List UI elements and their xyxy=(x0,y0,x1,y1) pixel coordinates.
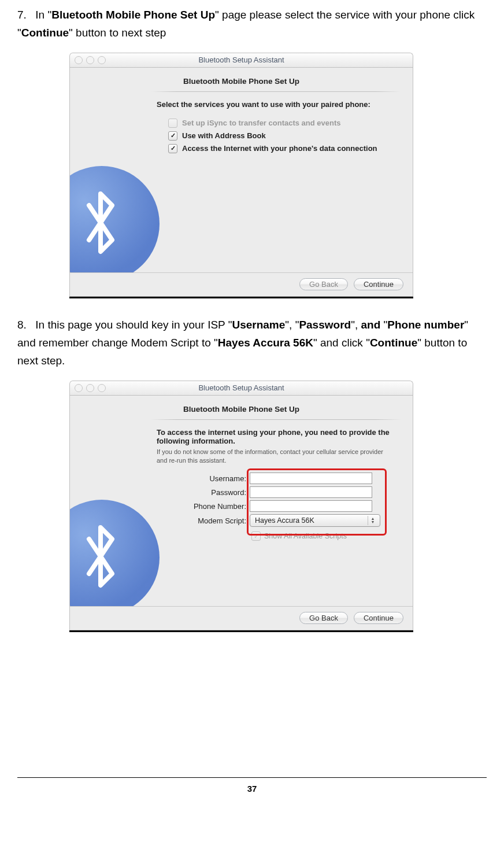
label-password: Password: xyxy=(157,488,246,497)
bluetooth-background-icon xyxy=(69,160,165,287)
prompt-text: Select the services you want to use with… xyxy=(157,100,399,109)
checkbox-isync xyxy=(168,119,177,128)
window-titlebar: Bluetooth Setup Assistant xyxy=(69,53,413,67)
select-value: Hayes Accura 56K xyxy=(255,516,314,525)
section-title: Bluetooth Mobile Phone Set Up xyxy=(70,396,413,419)
step-7-number: 7. xyxy=(17,6,32,24)
option-isync: Set up iSync to transfer contacts and ev… xyxy=(168,117,413,130)
wizard-footer: Go Back Continue xyxy=(70,606,413,630)
checkbox-internet[interactable]: ✓ xyxy=(168,144,177,153)
screenshot-2: Bluetooth Setup Assistant Bluetooth Mobi… xyxy=(69,381,413,632)
input-phone[interactable] xyxy=(250,500,372,512)
go-back-button[interactable]: Go Back xyxy=(299,278,348,290)
input-password[interactable] xyxy=(250,486,372,498)
window-titlebar: Bluetooth Setup Assistant xyxy=(69,381,413,395)
option-internet[interactable]: ✓ Access the Internet with your phone's … xyxy=(168,142,413,155)
continue-button[interactable]: Continue xyxy=(354,278,403,290)
section-title: Bluetooth Mobile Phone Set Up xyxy=(70,68,413,91)
step7-bold-continue: Continue xyxy=(21,27,69,39)
subnote-text: If you do not know some of the informati… xyxy=(157,448,395,465)
page-footer: 37 xyxy=(17,777,487,793)
step-8-number: 8. xyxy=(17,316,32,334)
prompt-text: To access the internet using your phone,… xyxy=(157,428,399,445)
page-number: 37 xyxy=(247,784,257,793)
zoom-dot[interactable] xyxy=(98,56,106,64)
continue-button[interactable]: Continue xyxy=(354,612,403,624)
options-list: Set up iSync to transfer contacts and ev… xyxy=(168,117,413,155)
step7-bold-title: Bluetooth Mobile Phone Set Up xyxy=(51,9,215,21)
close-dot[interactable] xyxy=(75,384,83,392)
zoom-dot[interactable] xyxy=(98,384,106,392)
option-address-book-label: Use with Address Book xyxy=(182,131,266,140)
minimize-dot[interactable] xyxy=(86,56,94,64)
row-username: Username: xyxy=(157,471,395,485)
show-all-scripts: ✓ Show All Available Scripts xyxy=(251,531,413,541)
option-internet-label: Access the Internet with your phone's da… xyxy=(182,144,377,153)
row-phone: Phone Number: xyxy=(157,499,395,513)
label-username: Username: xyxy=(157,474,246,483)
window-title: Bluetooth Setup Assistant xyxy=(198,56,284,64)
label-script: Modem Script: xyxy=(157,516,246,525)
traffic-lights xyxy=(75,56,106,64)
close-dot[interactable] xyxy=(75,56,83,64)
go-back-button[interactable]: Go Back xyxy=(299,612,348,624)
window-body: Bluetooth Mobile Phone Set Up To access … xyxy=(69,395,413,630)
checkbox-address-book[interactable]: ✓ xyxy=(168,131,177,141)
traffic-lights xyxy=(75,384,106,392)
show-all-label: Show All Available Scripts xyxy=(264,532,347,540)
minimize-dot[interactable] xyxy=(86,384,94,392)
label-phone: Phone Number: xyxy=(157,502,246,511)
row-password: Password: xyxy=(157,485,395,499)
option-isync-label: Set up iSync to transfer contacts and ev… xyxy=(182,119,341,127)
form-grid: Username: Password: Phone Number: Modem … xyxy=(157,471,395,528)
option-address-book[interactable]: ✓ Use with Address Book xyxy=(168,130,413,142)
divider xyxy=(151,419,401,420)
window-body: Bluetooth Mobile Phone Set Up Select the… xyxy=(69,67,413,297)
row-script: Modem Script: Hayes Accura 56K ▲▼ xyxy=(157,513,395,528)
step-7-text: 7. In "Bluetooth Mobile Phone Set Up" pa… xyxy=(17,6,487,42)
window-title: Bluetooth Setup Assistant xyxy=(198,383,284,392)
select-modem-script[interactable]: Hayes Accura 56K ▲▼ xyxy=(250,514,380,527)
input-username[interactable] xyxy=(250,473,372,484)
step-8-text: 8. In this page you should key in your I… xyxy=(17,316,487,370)
divider xyxy=(151,91,401,92)
select-arrows-icon: ▲▼ xyxy=(368,516,377,525)
checkbox-show-all: ✓ xyxy=(251,531,261,541)
wizard-footer: Go Back Continue xyxy=(70,272,413,296)
screenshot-1: Bluetooth Setup Assistant Bluetooth Mobi… xyxy=(69,53,413,298)
